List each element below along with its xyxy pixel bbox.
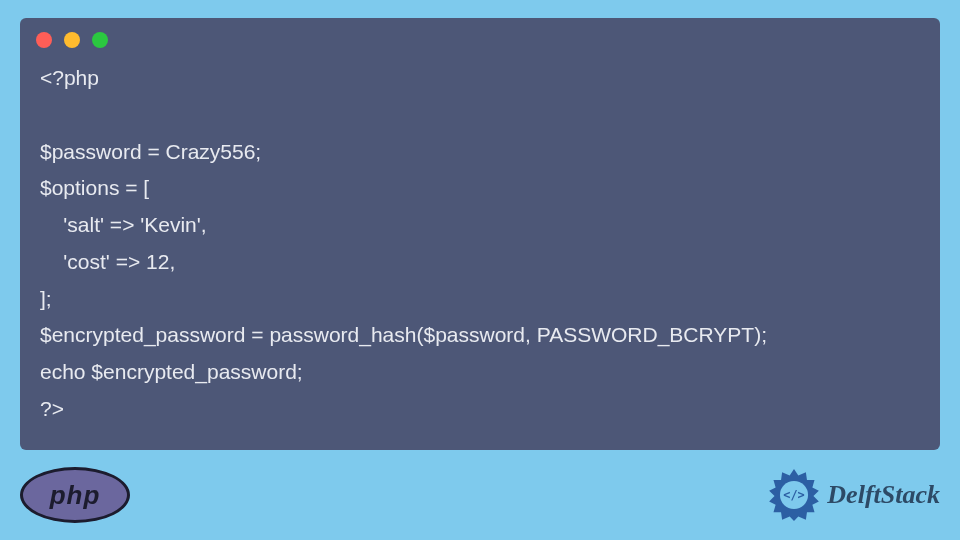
code-content: <?php $password = Crazy556; $options = [… [20,52,940,450]
php-logo: php [20,467,130,523]
brand-gear-icon: </> [767,468,821,522]
footer: php </> DelftStack [20,464,940,526]
close-icon[interactable] [36,32,52,48]
code-line: 'salt' => 'Kevin', [40,213,207,236]
code-line: $password = Crazy556; [40,140,261,163]
code-window: <?php $password = Crazy556; $options = [… [20,18,940,450]
minimize-icon[interactable] [64,32,80,48]
php-logo-text: php [50,480,101,511]
code-line: $encrypted_password = password_hash($pas… [40,323,767,346]
code-line: ?> [40,397,64,420]
maximize-icon[interactable] [92,32,108,48]
window-controls [20,18,940,52]
brand: </> DelftStack [767,468,940,522]
code-line: echo $encrypted_password; [40,360,303,383]
svg-text:</>: </> [784,488,805,502]
code-line: ]; [40,287,52,310]
code-line: 'cost' => 12, [40,250,175,273]
brand-text: DelftStack [827,480,940,510]
code-line: $options = [ [40,176,149,199]
code-line: <?php [40,66,99,89]
